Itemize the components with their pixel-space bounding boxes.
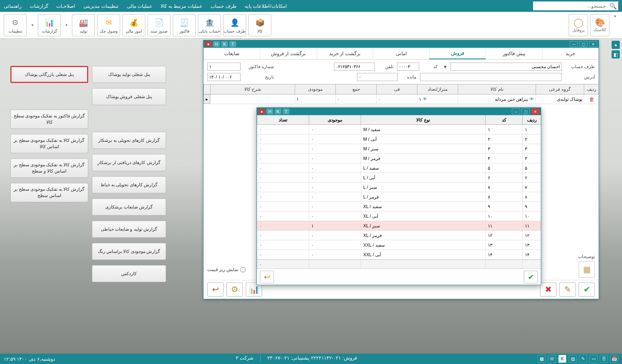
status-icon-8[interactable]: 📅: [610, 355, 618, 363]
delete-button[interactable]: ✖: [540, 283, 556, 297]
mande-input[interactable]: [357, 73, 398, 81]
popup-row[interactable]: ٢٢M / آبی٠٠: [257, 134, 541, 144]
status-icon-2[interactable]: ☏: [548, 355, 556, 363]
popup-dot-icon[interactable]: ●: [258, 108, 265, 114]
panel1-btn-4[interactable]: گزارش کالا به تفکیک موجودی سطح بر اساس س…: [10, 183, 88, 202]
toolbar-taraf[interactable]: 👤طرف حساب: [223, 14, 246, 36]
date-input[interactable]: [207, 73, 241, 81]
tab-preinvoice[interactable]: پیش فاکتور: [486, 48, 542, 59]
menu-kala-ops[interactable]: عملیات مرتبط به کالا: [161, 3, 202, 9]
popup-row[interactable]: ٧٧L / سبز٠٠: [257, 183, 541, 192]
tab-return-buy[interactable]: برگشت از خرید: [317, 48, 373, 59]
toolbar-cheque[interactable]: ✉وصول چک: [97, 14, 120, 36]
menu-taraf[interactable]: طرف حساب: [211, 3, 236, 9]
eye-icon[interactable]: 👁: [529, 96, 534, 102]
taraf-input[interactable]: [450, 63, 562, 71]
popup-maximize[interactable]: ▢: [522, 108, 530, 114]
popup-row[interactable]: ٨٨L / قرمز٠٠: [257, 192, 541, 202]
toolbar-production[interactable]: 🏭تولید: [72, 14, 95, 36]
panel2-btn-2[interactable]: گزارش کارهای تحویلی به برشکار: [92, 132, 166, 149]
menu-admin[interactable]: تنظیمات مدیریتی: [83, 3, 119, 9]
profile-drop-icon[interactable]: ▾: [612, 14, 618, 18]
tab-consignment[interactable]: امانی: [373, 48, 429, 59]
popup-row[interactable]: ١١١١XL / سبز١٠: [257, 221, 541, 231]
grid-icon[interactable]: ▦: [579, 261, 595, 278]
panel1-btn-1[interactable]: گزارش فاکتور به تفکیک موجودی سطح کالا: [10, 110, 88, 129]
tab-buy[interactable]: خرید: [542, 48, 599, 59]
eye-icon-2[interactable]: 👁: [423, 96, 427, 102]
tab-waste[interactable]: ضایعات: [204, 48, 260, 59]
profile-button[interactable]: ◯ پروفایل: [569, 14, 588, 36]
status-icon-6[interactable]: ▭: [589, 355, 598, 363]
status-icon-1[interactable]: ▦: [537, 355, 546, 363]
tel-input[interactable]: [334, 63, 375, 71]
tab-sale[interactable]: فروش: [429, 48, 486, 59]
kod-input[interactable]: [397, 63, 419, 71]
gc-desc[interactable]: [210, 94, 295, 104]
popup-row[interactable]: ١۴١۴XXL / آبی٠٠: [257, 250, 541, 260]
title-btn-t[interactable]: T: [229, 41, 236, 47]
toolbar-sanad[interactable]: 📄صدور سند: [148, 14, 171, 36]
popup-close[interactable]: ✕: [531, 108, 539, 114]
popup-row[interactable]: ١٣١٣XXL / سفید٠٠: [257, 240, 541, 250]
popup-row[interactable]: ۶۶L / آبی٠٠: [257, 173, 541, 183]
panel2-btn-8[interactable]: کاردکس: [92, 265, 166, 282]
exit-button[interactable]: ↩: [207, 283, 224, 297]
menu-reports[interactable]: گزارشات: [30, 3, 48, 9]
toolbar-finance[interactable]: 💰امور مالی: [122, 14, 145, 36]
status-icon-7[interactable]: ☰: [600, 355, 608, 363]
invoice-grid-row[interactable]: 🗑 پوشاک تولیدی 👁پیراهن جین مردانه 👁١ ٠ ٠…: [204, 94, 599, 104]
popup-grid-body[interactable]: ١١M / سفید٠٠٢٢M / آبی٠٠٣٣M / سبز٠٠۴۴M / …: [257, 125, 541, 260]
save-button[interactable]: ✔: [579, 283, 595, 297]
popup-row[interactable]: ١٠١٠XL / آبی٠٠: [257, 211, 541, 221]
status-icon-k[interactable]: K: [558, 355, 566, 363]
invoice-no-input[interactable]: [207, 63, 241, 71]
panel2-btn-3[interactable]: گزارش کارهای دریافتی از برشکار: [92, 154, 166, 171]
popup-row[interactable]: ١٢١٢XL / قرمز٠٠: [257, 231, 541, 240]
panel2-btn-7[interactable]: گزارش موجودی کالا براساس رنگ: [92, 243, 166, 260]
menu-basics[interactable]: امکانات/اطلاعات پایه: [245, 3, 287, 9]
popup-btn-t[interactable]: T: [283, 108, 290, 114]
popup-ok-button[interactable]: ✔: [524, 271, 538, 283]
title-btn-h[interactable]: H: [213, 41, 220, 47]
panel2-btn-6[interactable]: گزارش تولید و ضایعات خیاطی: [92, 221, 166, 238]
status-icon-5[interactable]: ✎: [579, 355, 587, 363]
maximize-button[interactable]: ▢: [579, 41, 588, 47]
dropdown-icon[interactable]: ▾: [441, 63, 447, 70]
popup-btn-h[interactable]: H: [267, 108, 273, 114]
popup-btn-k[interactable]: K: [275, 108, 281, 114]
menu-finance[interactable]: عملیات مالی: [127, 3, 153, 9]
address-input[interactable]: [420, 73, 562, 81]
toolbar-bank[interactable]: 🏦حساب بانکی: [198, 14, 221, 36]
panel1-btn-0[interactable]: پنل شغلی بازرگانی پوشاک: [10, 66, 88, 83]
panel2-btn-5[interactable]: گزارش ضایعات برشکاری: [92, 198, 166, 216]
classic-button[interactable]: 🎨 کلاسیک: [590, 14, 609, 36]
title-btn-k[interactable]: K: [221, 41, 228, 47]
show-price-checkbox[interactable]: [241, 267, 245, 272]
settings-button[interactable]: ⚙: [226, 283, 243, 297]
toolbar-reports[interactable]: 📊گزارشات: [38, 14, 61, 36]
status-icon-4[interactable]: ▤: [569, 355, 577, 363]
dot-icon[interactable]: ●: [205, 41, 212, 47]
popup-row[interactable]: ۴۴M / قرمز٠٠: [257, 154, 541, 163]
tab-return-sale[interactable]: برگشت از فروش: [260, 48, 316, 59]
trash-icon[interactable]: 🗑: [589, 96, 594, 102]
panel2-btn-4[interactable]: گزارش کارهای تحویلی به خیاط: [92, 176, 166, 193]
toolbar-drop-production[interactable]: ▾: [63, 14, 70, 36]
edit-button[interactable]: ✎: [559, 283, 576, 297]
side-info-icon[interactable]: ●: [612, 41, 620, 49]
toolbar-settings[interactable]: ⚙تنظیمات: [4, 14, 27, 36]
popup-exit-button[interactable]: ↩: [260, 271, 274, 283]
popup-row[interactable]: ٣٣M / سبز٠٠: [257, 144, 541, 154]
popup-row[interactable]: ۵۵L / سفید٠٠: [257, 163, 541, 173]
popup-row[interactable]: ١١M / سفید٠٠: [257, 125, 541, 134]
toolbar-drop-reports[interactable]: ▾: [29, 14, 36, 36]
minimize-button[interactable]: —: [570, 41, 578, 47]
panel2-btn-1[interactable]: پنل شغلی فروش پوشاک: [92, 88, 166, 105]
search-icon[interactable]: 🔍: [608, 3, 618, 10]
panel1-btn-2[interactable]: گزارش کالا به تفکیک موجودی سطح بر اساس ک…: [10, 134, 88, 153]
close-button[interactable]: ✕: [589, 41, 597, 47]
popup-minimize[interactable]: —: [512, 108, 520, 114]
side-user-icon[interactable]: ◧: [612, 50, 620, 59]
menu-correct[interactable]: اصلاحـات: [56, 3, 75, 9]
